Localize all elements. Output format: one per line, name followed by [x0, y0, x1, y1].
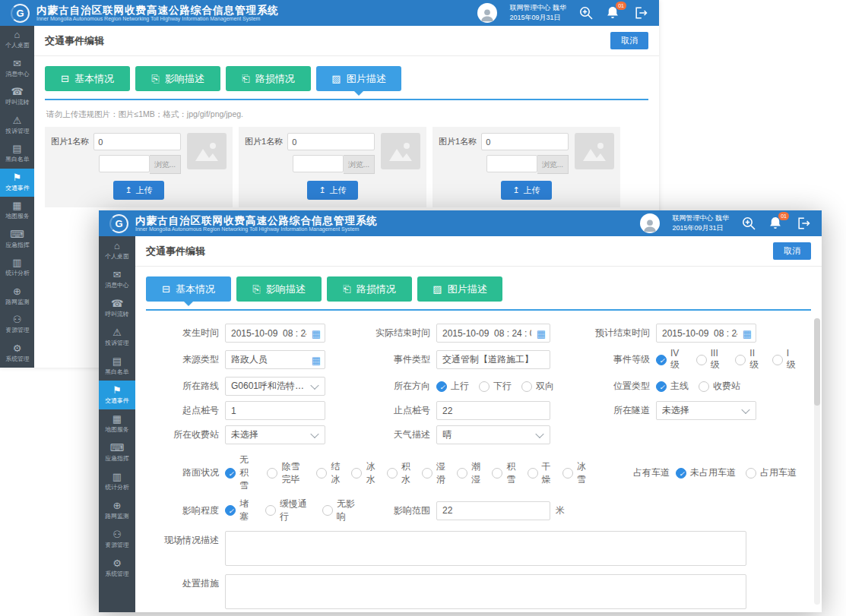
radio-lane-free[interactable]: 未占用车道: [676, 466, 736, 479]
sidebar-item-traffic-event[interactable]: ⚑交通事件: [0, 169, 34, 197]
tab-basic-info[interactable]: ⊟基本情况: [45, 66, 130, 91]
expected-end-time-field[interactable]: ▦: [656, 324, 756, 343]
expected-end-time-input[interactable]: [662, 328, 737, 339]
tab-picture-desc[interactable]: ▨图片描述: [417, 276, 502, 302]
actual-end-time-input[interactable]: [442, 328, 531, 339]
calendar-icon[interactable]: ▦: [743, 328, 752, 338]
end-stake-input[interactable]: [442, 406, 544, 416]
scene-description-textarea[interactable]: [225, 531, 746, 566]
radio-surface-slippery[interactable]: 湿滑: [422, 460, 447, 486]
radio-direction-down[interactable]: 下行: [479, 380, 512, 393]
sidebar-item-road-monitor[interactable]: ⊕路网监测: [0, 283, 34, 311]
radio-lane-occupied[interactable]: 占用车道: [746, 466, 797, 479]
radio-impact-none[interactable]: 无影响: [322, 498, 361, 523]
sidebar-item-statistics[interactable]: ▥统计分析: [0, 254, 34, 283]
source-type-field[interactable]: ▦: [225, 350, 325, 369]
zoom-in-icon[interactable]: [578, 5, 594, 21]
radio-direction-up[interactable]: 上行: [436, 380, 469, 393]
radio-surface-snow-cleared[interactable]: 除雪完毕: [267, 460, 306, 486]
sidebar-item-traffic-event[interactable]: ⚑交通事件: [99, 381, 135, 409]
event-type-field[interactable]: [436, 350, 550, 369]
impact-range-input[interactable]: [442, 505, 544, 516]
avatar[interactable]: [640, 213, 660, 233]
radio-event-level-3[interactable]: III级: [696, 348, 726, 371]
sidebar-item-emergency-command[interactable]: ⌨应急指挥: [99, 438, 135, 467]
logout-icon[interactable]: [796, 216, 811, 231]
calendar-icon[interactable]: ▦: [312, 328, 321, 338]
sidebar-item-black-white-list[interactable]: ▤黑白名单: [99, 352, 135, 381]
tunnel-select[interactable]: 未选择: [656, 401, 756, 420]
sidebar-item-complaint-management[interactable]: ⚠投诉管理: [99, 323, 135, 352]
tab-basic-info[interactable]: ⊟基本情况: [146, 276, 231, 302]
avatar[interactable]: [477, 3, 497, 23]
image-name-input[interactable]: [93, 133, 181, 150]
radio-event-level-1[interactable]: I级: [772, 348, 797, 371]
sidebar-item-road-monitor[interactable]: ⊕路网监测: [99, 496, 135, 525]
zoom-in-icon[interactable]: [741, 216, 756, 231]
upload-button[interactable]: ↥上传: [501, 181, 551, 200]
start-stake-field[interactable]: [225, 401, 325, 420]
sidebar-item-message-center[interactable]: ✉消息中心: [0, 55, 34, 84]
end-stake-field[interactable]: [436, 401, 550, 420]
start-stake-input[interactable]: [231, 406, 319, 416]
calendar-icon[interactable]: ▦: [537, 328, 546, 338]
sidebar-item-call-transfer[interactable]: ☎呼叫流转: [0, 83, 34, 112]
sidebar-item-complaint-management[interactable]: ⚠投诉管理: [0, 112, 34, 141]
radio-surface-ponding[interactable]: 积水: [387, 460, 412, 486]
sidebar-item-resource-management[interactable]: ⚇资源管理: [0, 311, 34, 340]
tab-impact-desc[interactable]: ⎘影响描述: [135, 66, 220, 91]
logout-icon[interactable]: [633, 5, 648, 21]
image-name-input[interactable]: [481, 133, 569, 150]
upload-button[interactable]: ↥上传: [113, 181, 163, 200]
sidebar-item-emergency-command[interactable]: ⌨应急指挥: [0, 226, 34, 254]
radio-position-tollstation[interactable]: 收费站: [699, 380, 740, 393]
radio-event-level-4[interactable]: IV级: [656, 348, 686, 371]
radio-event-level-2[interactable]: II级: [735, 348, 762, 371]
tab-picture-desc[interactable]: ▨图片描述: [316, 66, 401, 91]
occur-time-field[interactable]: ▦: [225, 324, 325, 343]
radio-surface-no-snow[interactable]: 无积雪: [225, 453, 257, 492]
sidebar-item-resource-management[interactable]: ⚇资源管理: [99, 525, 135, 554]
radio-surface-snow[interactable]: 积雪: [492, 460, 517, 486]
radio-surface-dry[interactable]: 干燥: [528, 460, 553, 486]
radio-surface-damp[interactable]: 潮湿: [457, 460, 482, 486]
sidebar-item-system-management[interactable]: ⚙系统管理: [0, 340, 34, 368]
browse-button[interactable]: 浏览...: [344, 155, 375, 174]
scrollbar-track[interactable]: [814, 318, 820, 605]
tab-road-damage[interactable]: ⎗路损情况: [226, 66, 311, 91]
sidebar-item-message-center[interactable]: ✉消息中心: [99, 265, 135, 294]
radio-surface-iced[interactable]: 结冰: [316, 460, 341, 486]
sidebar-item-system-management[interactable]: ⚙系统管理: [99, 554, 135, 583]
scrollbar-thumb[interactable]: [814, 318, 820, 406]
sidebar-item-black-white-list[interactable]: ▤黑白名单: [0, 140, 34, 169]
bell-icon[interactable]: 01: [606, 5, 621, 21]
file-path-input[interactable]: [293, 155, 344, 172]
actual-end-time-field[interactable]: ▦: [436, 324, 550, 343]
radio-impact-slow[interactable]: 缓慢通行: [265, 498, 312, 523]
sidebar-item-map-service[interactable]: ▦地图服务: [99, 409, 135, 438]
weather-select[interactable]: 晴: [436, 425, 550, 444]
browse-button[interactable]: 浏览...: [150, 155, 181, 174]
file-path-input[interactable]: [486, 155, 537, 172]
cancel-top-button[interactable]: 取消: [773, 242, 811, 260]
file-path-input[interactable]: [99, 155, 150, 172]
event-type-input[interactable]: [442, 355, 544, 365]
bell-icon[interactable]: 01: [768, 216, 784, 231]
route-select[interactable]: G0601呼和浩特绕城高速: [225, 377, 325, 396]
sidebar-item-map-service[interactable]: ▦地图服务: [0, 197, 34, 226]
radio-impact-blocked[interactable]: 堵塞: [225, 498, 255, 523]
toll-station-select[interactable]: 未选择: [225, 425, 325, 444]
occur-time-input[interactable]: [231, 328, 306, 339]
radio-position-mainline[interactable]: 主线: [656, 380, 689, 393]
image-name-input[interactable]: [287, 133, 375, 150]
radio-surface-ice-snow[interactable]: 冰雪: [562, 460, 588, 486]
sidebar-item-statistics[interactable]: ▥统计分析: [99, 467, 135, 496]
tab-road-damage[interactable]: ⎗路损情况: [327, 276, 412, 302]
picker-icon[interactable]: ▦: [312, 355, 321, 365]
radio-direction-both[interactable]: 双向: [521, 380, 554, 393]
radio-surface-ice-water[interactable]: 冰水: [351, 460, 376, 486]
measures-textarea[interactable]: [225, 574, 746, 609]
cancel-top-button[interactable]: 取消: [610, 32, 648, 49]
sidebar-item-call-transfer[interactable]: ☎呼叫流转: [99, 294, 135, 323]
impact-range-field[interactable]: [436, 501, 550, 520]
